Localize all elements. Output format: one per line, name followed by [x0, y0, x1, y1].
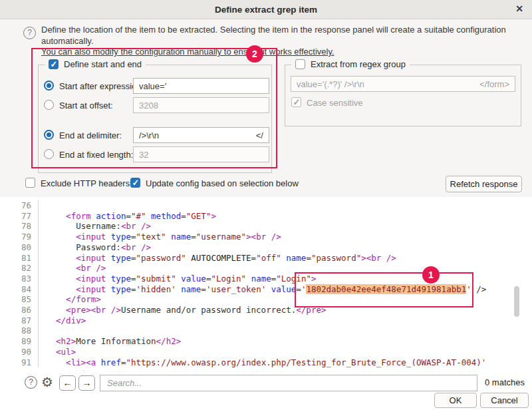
annotation-rect-1 — [295, 272, 473, 308]
code-scrollbar[interactable] — [514, 286, 519, 317]
line-number: 84 — [0, 284, 39, 295]
code-line: 80 Password:<br /> — [0, 242, 532, 253]
line-number: 87 — [0, 315, 39, 326]
case-sensitive-label: Case sensitive — [307, 98, 363, 108]
line-number: 91 — [0, 357, 39, 368]
update-config-label: Update config based on selection below — [146, 178, 299, 188]
line-number: 90 — [0, 347, 39, 357]
cancel-button[interactable]: Cancel — [480, 393, 529, 408]
dialog-title: Define extract grep item — [215, 5, 317, 15]
line-number: 79 — [0, 232, 39, 242]
regex-pattern-left: value='(.*?)' />\r\n — [297, 79, 364, 89]
search-input[interactable] — [100, 375, 477, 391]
annotation-rect-2 — [31, 48, 277, 168]
code-line: 81 <input type="password" AUTOCOMPLETE="… — [0, 253, 532, 264]
match-count: 0 matches — [485, 377, 525, 387]
line-number: 86 — [0, 305, 39, 315]
annotation-badge-1: 1 — [422, 266, 440, 284]
code-line: 79 <input type="text" name="username"><b… — [0, 232, 532, 242]
line-number: 89 — [0, 336, 39, 347]
line-number: 77 — [0, 211, 39, 222]
extract-regex-group: Extract from regex group — [285, 65, 521, 126]
title-bar: Define extract grep item ✕ — [0, 0, 532, 19]
search-help-icon[interactable]: ? — [25, 376, 37, 389]
code-line: 88 — [0, 325, 532, 336]
define-extract-grep-item-dialog: Define extract grep item ✕ ? Define the … — [0, 0, 532, 410]
line-number: 88 — [0, 325, 39, 336]
extract-regex-checkbox[interactable] — [295, 59, 305, 69]
line-number: 81 — [0, 253, 39, 264]
code-line: 91 <li><a href="https://www.owasp.org/in… — [0, 357, 532, 368]
exclude-http-headers-checkbox[interactable] — [25, 178, 35, 188]
code-line: 77 <form action="#" method="GET"> — [0, 211, 532, 222]
line-number: 85 — [0, 294, 39, 305]
update-config-checkbox[interactable] — [130, 178, 140, 188]
line-number: 78 — [0, 221, 39, 232]
regex-pattern-right: </form> — [479, 79, 509, 89]
regex-pattern-input[interactable]: value='(.*?)' />\r\n </form> — [291, 76, 515, 92]
next-match-button[interactable]: → — [78, 375, 95, 391]
code-line: 89 <h2>More Information</h2> — [0, 336, 532, 347]
exclude-http-headers-label: Exclude HTTP headers — [41, 178, 130, 188]
help-icon: ? — [23, 27, 36, 39]
extract-regex-label: Extract from regex group — [311, 59, 406, 69]
code-line: 76 — [0, 200, 532, 211]
ok-button[interactable]: OK — [434, 393, 477, 408]
previous-match-button[interactable]: ← — [59, 375, 76, 391]
annotation-badge-2: 2 — [246, 45, 263, 63]
gear-icon[interactable]: ⚙ — [41, 374, 53, 390]
code-line: 78 Username:<br /> — [0, 221, 532, 232]
line-number: 80 — [0, 242, 39, 253]
refetch-response-button[interactable]: Refetch response — [446, 176, 522, 192]
close-icon[interactable]: ✕ — [515, 3, 523, 14]
code-line: 87 </div> — [0, 315, 532, 326]
line-number: 83 — [0, 274, 39, 284]
code-line: 90 <ul> — [0, 347, 532, 357]
description-line1: Define the location of the item to be ex… — [41, 25, 525, 47]
line-number: 82 — [0, 263, 39, 274]
case-sensitive-checkbox[interactable] — [291, 97, 301, 107]
line-number: 76 — [0, 200, 39, 211]
